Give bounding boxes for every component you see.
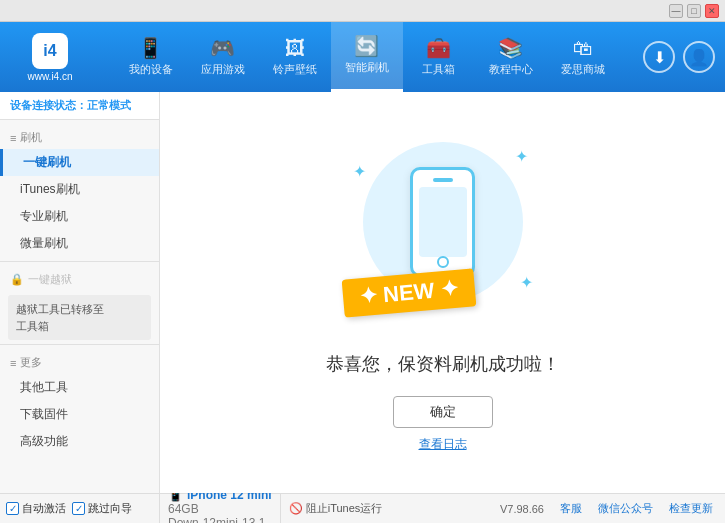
version-label: V7.98.66 [500, 503, 544, 515]
window-controls: — □ ✕ [669, 4, 719, 18]
success-message: 恭喜您，保资料刷机成功啦！ [326, 352, 560, 376]
nav-tutorial[interactable]: 📚 教程中心 [475, 22, 547, 92]
nav-wallpaper[interactable]: 🖼 铃声壁纸 [259, 22, 331, 92]
nav-icon-smart-flash: 🔄 [354, 36, 379, 56]
bottom-bar: ✓ 自动激活 ✓ 跳过向导 📱 iPhone 12 mini 64GB Down… [0, 493, 725, 523]
section-icon-more: ≡ [10, 357, 16, 369]
logo: i4 www.i4.cn [10, 33, 90, 82]
sidebar-section-flash: ≡ 刷机 一键刷机 iTunes刷机 专业刷机 微量刷机 [0, 126, 159, 257]
skip-wizard-checkbox[interactable]: ✓ 跳过向导 [72, 501, 132, 516]
phone-speaker [433, 178, 453, 182]
maximize-button[interactable]: □ [687, 4, 701, 18]
title-bar: — □ ✕ [0, 0, 725, 22]
section-header-flash: ≡ 刷机 [0, 126, 159, 149]
nav-icon-apps: 🎮 [210, 38, 235, 58]
nav-icon-my-device: 📱 [138, 38, 163, 58]
sidebar-item-download-firmware[interactable]: 下载固件 [0, 401, 159, 428]
device-info: 📱 iPhone 12 mini 64GB Down-12mini-13,1 [160, 494, 281, 523]
nav-store[interactable]: 🛍 爱思商城 [547, 22, 619, 92]
phone-screen [419, 187, 467, 257]
nav-smart-flash[interactable]: 🔄 智能刷机 [331, 22, 403, 92]
phone-home-button [437, 256, 449, 268]
view-log-link[interactable]: 查看日志 [419, 436, 467, 453]
logo-icon: i4 [32, 33, 68, 69]
checkbox-icon-auto: ✓ [6, 502, 19, 515]
download-button[interactable]: ⬇ [643, 41, 675, 73]
new-badge-stars2: ✦ [433, 276, 459, 303]
checkbox-icon-skip: ✓ [72, 502, 85, 515]
nav-icon-toolbox: 🧰 [426, 38, 451, 58]
close-button[interactable]: ✕ [705, 4, 719, 18]
sparkle-1: ✦ [515, 147, 528, 166]
nav-apps[interactable]: 🎮 应用游戏 [187, 22, 259, 92]
sidebar-divider-2 [0, 344, 159, 345]
itunes-icon: 🚫 [289, 502, 303, 515]
sidebar-section-jailbreak: 🔒 一键越狱 越狱工具已转移至工具箱 [0, 268, 159, 340]
section-header-jailbreak: 🔒 一键越狱 [0, 268, 159, 291]
sidebar: 设备连接状态：正常模式 ≡ 刷机 一键刷机 iTunes刷机 专业刷机 微量刷机… [0, 92, 160, 493]
device-storage: 64GB [168, 502, 272, 516]
sidebar-item-micro-flash[interactable]: 微量刷机 [0, 230, 159, 257]
nav-toolbox[interactable]: 🧰 工具箱 [403, 22, 475, 92]
success-illustration: ✦ NEW ✦ ✦ ✦ ✦ [343, 132, 543, 332]
nav-icon-store: 🛍 [573, 38, 593, 58]
new-badge-stars: ✦ [358, 282, 384, 309]
main-layout: 设备连接状态：正常模式 ≡ 刷机 一键刷机 iTunes刷机 专业刷机 微量刷机… [0, 92, 725, 493]
confirm-button[interactable]: 确定 [393, 396, 493, 428]
lock-icon: 🔒 [10, 273, 24, 286]
sidebar-item-pro-flash[interactable]: 专业刷机 [0, 203, 159, 230]
sparkle-3: ✦ [520, 273, 533, 292]
new-badge: ✦ NEW ✦ [341, 268, 475, 317]
itunes-status: 🚫 阻止iTunes运行 [281, 494, 391, 523]
header: i4 www.i4.cn 📱 我的设备 🎮 应用游戏 🖼 铃声壁纸 🔄 智能刷机… [0, 22, 725, 92]
phone-body [410, 167, 475, 277]
sidebar-item-itunes-flash[interactable]: iTunes刷机 [0, 176, 159, 203]
nav-bar: 📱 我的设备 🎮 应用游戏 🖼 铃声壁纸 🔄 智能刷机 🧰 工具箱 📚 教程中心… [90, 22, 643, 92]
minimize-button[interactable]: — [669, 4, 683, 18]
sparkle-2: ✦ [353, 162, 366, 181]
account-button[interactable]: 👤 [683, 41, 715, 73]
sidebar-item-other-tools[interactable]: 其他工具 [0, 374, 159, 401]
bottom-left: ✓ 自动激活 ✓ 跳过向导 [0, 494, 160, 523]
main-content: ✦ NEW ✦ ✦ ✦ ✦ 恭喜您，保资料刷机成功啦！ 确定 查看日志 [160, 92, 725, 493]
wechat-link[interactable]: 微信公众号 [598, 501, 653, 516]
sidebar-divider-1 [0, 261, 159, 262]
nav-icon-tutorial: 📚 [498, 38, 523, 58]
sidebar-item-one-click-flash[interactable]: 一键刷机 [0, 149, 159, 176]
section-icon-flash: ≡ [10, 132, 16, 144]
nav-icon-wallpaper: 🖼 [285, 38, 305, 58]
header-right-controls: ⬇ 👤 [643, 41, 715, 73]
sidebar-section-more: ≡ 更多 其他工具 下载固件 高级功能 [0, 351, 159, 455]
device-version: Down-12mini-13,1 [168, 516, 272, 524]
sidebar-item-advanced[interactable]: 高级功能 [0, 428, 159, 455]
bottom-right: V7.98.66 客服 微信公众号 检查更新 [488, 494, 725, 523]
connection-status: 设备连接状态：正常模式 [0, 92, 159, 120]
nav-my-device[interactable]: 📱 我的设备 [115, 22, 187, 92]
auto-activate-checkbox[interactable]: ✓ 自动激活 [6, 501, 66, 516]
section-header-more: ≡ 更多 [0, 351, 159, 374]
update-link[interactable]: 检查更新 [669, 501, 713, 516]
support-link[interactable]: 客服 [560, 501, 582, 516]
logo-text: www.i4.cn [27, 71, 72, 82]
jailbreak-note: 越狱工具已转移至工具箱 [8, 295, 151, 340]
